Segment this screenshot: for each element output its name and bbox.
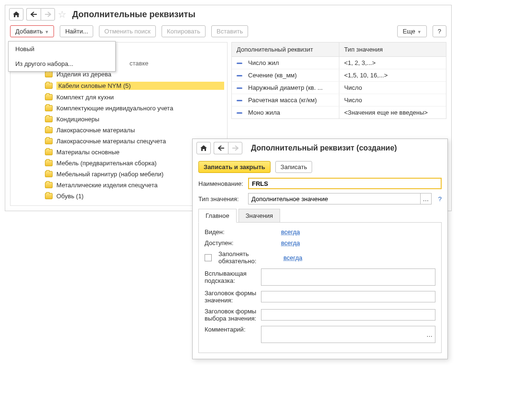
tab-values[interactable]: Значения <box>239 209 280 216</box>
folder-icon <box>45 149 53 155</box>
arrow-left-icon <box>218 145 225 151</box>
detail-name: Наружный диаметр (кв. ... <box>248 84 323 91</box>
minus-icon <box>237 112 242 114</box>
back-button[interactable] <box>26 8 41 21</box>
tree-item-label: Кондиционеры <box>56 116 224 123</box>
detail-name: Моно жила <box>248 109 280 116</box>
menu-item-new[interactable]: Новый <box>9 42 115 56</box>
folder-icon <box>45 127 53 133</box>
forward-button[interactable] <box>41 8 55 21</box>
value-type-label: Тип значения: <box>198 195 244 203</box>
tree-item[interactable]: Кондиционеры <box>11 114 227 125</box>
minus-icon <box>237 100 242 101</box>
home-icon <box>12 11 20 18</box>
page-title: Дополнительные реквизиты <box>72 10 195 20</box>
save-close-button[interactable]: Записать и закрыть <box>198 161 271 173</box>
tree-item-label: Комплект для кухни <box>56 94 224 101</box>
popup-back-button[interactable] <box>214 142 228 154</box>
folder-icon <box>45 193 53 199</box>
detail-row[interactable]: Моно жила<Значения еще не введены> <box>232 107 446 118</box>
folder-icon <box>45 71 53 77</box>
minus-icon <box>237 63 242 64</box>
popup-window: Дополнительный реквизит (создание) Запис… <box>192 139 448 216</box>
popup-title: Дополнительный реквизит (создание) <box>251 144 397 152</box>
detail-type: Число <box>339 82 446 94</box>
detail-row[interactable]: Сечение (кв_мм)<1,5, 10, 16,...> <box>232 69 446 82</box>
arrow-right-icon <box>232 145 239 151</box>
detail-name: Расчетная масса (кг/км) <box>248 97 317 104</box>
titlebar: ☆ Дополнительные реквизиты <box>5 5 451 23</box>
folder-icon <box>45 105 53 111</box>
copy-button[interactable]: Копировать <box>162 25 206 37</box>
details-panel: Дополнительный реквизит Тип значения Чис… <box>231 42 446 119</box>
nav-group <box>26 8 55 21</box>
detail-type: <Значения еще не введены> <box>339 107 446 118</box>
name-label: Наименование: <box>198 180 244 187</box>
detail-type: Число <box>339 94 446 106</box>
value-type-input[interactable] <box>248 193 420 204</box>
details-header-a: Дополнительный реквизит <box>232 43 339 56</box>
folder-icon <box>45 138 53 144</box>
value-type-picker[interactable]: … <box>420 193 432 204</box>
detail-type: <1,5, 10, 16,...> <box>339 69 446 81</box>
detail-row[interactable]: Расчетная масса (кг/км)Число <box>232 94 446 107</box>
tree-item-label: Лакокрасочные материалы <box>56 127 224 134</box>
add-label: Добавить <box>15 28 43 35</box>
add-dropdown-menu: Новый Из другого набора... <box>8 41 116 72</box>
home-button[interactable] <box>9 8 23 21</box>
add-button[interactable]: Добавить▼ <box>10 25 54 37</box>
tree-item-label: Изделия из дерева <box>56 71 224 78</box>
folder-icon <box>45 171 53 177</box>
tree-item[interactable]: Комплектующие индивидуального учета <box>11 103 227 114</box>
help-button[interactable]: ? <box>433 25 446 37</box>
popup-tabs: Главное Значения <box>198 208 442 216</box>
popup-forward-button[interactable] <box>228 142 242 154</box>
chevron-down-icon: ▼ <box>44 30 49 34</box>
more-button[interactable]: Еще▼ <box>397 25 426 37</box>
folder-icon <box>45 160 53 166</box>
detail-row[interactable]: Число жил<1, 2, 3,...> <box>232 57 446 69</box>
folder-icon <box>45 116 53 122</box>
save-button[interactable]: Записать <box>275 161 313 173</box>
popup-home-button[interactable] <box>196 142 211 154</box>
details-header-b: Тип значения <box>339 43 446 56</box>
minus-icon <box>237 87 242 89</box>
details-header: Дополнительный реквизит Тип значения <box>232 43 446 57</box>
tab-main[interactable]: Главное <box>198 209 237 216</box>
tree-item-label: Кабели силовые NYM (5) <box>56 82 224 90</box>
detail-type: <1, 2, 3,...> <box>339 57 446 69</box>
chevron-down-icon: ▼ <box>417 30 422 34</box>
menu-item-from-other[interactable]: Из другого набора... <box>9 56 115 71</box>
folder-icon <box>45 94 53 100</box>
main-toolbar: Добавить▼ Найти... Отменить поиск Копиро… <box>5 23 451 42</box>
find-button[interactable]: Найти... <box>60 25 93 37</box>
folder-icon <box>45 83 53 89</box>
more-label: Еще <box>402 28 415 35</box>
arrow-right-icon <box>44 11 51 17</box>
detail-name: Число жил <box>248 59 279 66</box>
tree-item-label: Комплектующие индивидуального учета <box>56 105 224 112</box>
tree-item[interactable]: Лакокрасочные материалы <box>11 125 227 136</box>
tree-item[interactable]: Кабели силовые NYM (5) <box>11 80 227 92</box>
popup-form: Наименование: Тип значения: … ? Главное … <box>193 177 447 216</box>
value-type-help[interactable]: ? <box>438 195 442 203</box>
arrow-left-icon <box>31 11 37 17</box>
minus-icon <box>237 75 242 76</box>
detail-name: Сечение (кв_мм) <box>248 72 297 79</box>
favorite-icon[interactable]: ☆ <box>58 9 66 20</box>
paste-button[interactable]: Вставить <box>211 25 248 37</box>
tree-item[interactable]: Комплект для кухни <box>11 92 227 103</box>
detail-row[interactable]: Наружный диаметр (кв. ...Число <box>232 82 446 94</box>
home-icon <box>200 145 207 151</box>
cancel-search-button[interactable]: Отменить поиск <box>99 25 156 37</box>
popup-toolbar: Записать и закрыть Записать <box>193 157 447 177</box>
popup-nav-group <box>214 142 242 154</box>
name-input[interactable] <box>248 178 442 189</box>
folder-icon <box>45 182 53 188</box>
popup-titlebar: Дополнительный реквизит (создание) <box>193 139 447 157</box>
